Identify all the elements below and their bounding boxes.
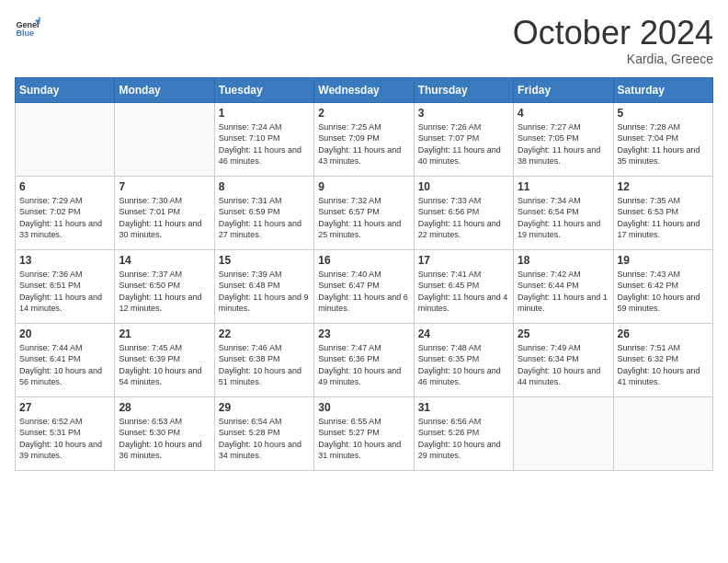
logo: General Blue [15, 15, 40, 40]
day-info: Sunrise: 6:55 AMSunset: 5:27 PMDaylight:… [318, 416, 409, 462]
calendar-header-cell: Monday [115, 77, 214, 102]
day-number: 20 [19, 327, 110, 340]
calendar-day-cell [115, 102, 214, 176]
calendar-day-cell: 14Sunrise: 7:37 AMSunset: 6:50 PMDayligh… [115, 249, 214, 323]
calendar-day-cell: 26Sunrise: 7:51 AMSunset: 6:32 PMDayligh… [613, 323, 712, 396]
day-info: Sunrise: 7:33 AMSunset: 6:56 PMDaylight:… [418, 195, 509, 241]
day-info: Sunrise: 7:31 AMSunset: 6:59 PMDaylight:… [219, 195, 310, 241]
day-number: 15 [219, 254, 310, 267]
calendar-header-cell: Tuesday [214, 77, 313, 102]
calendar-day-cell: 22Sunrise: 7:46 AMSunset: 6:38 PMDayligh… [214, 323, 313, 396]
day-info: Sunrise: 7:26 AMSunset: 7:07 PMDaylight:… [418, 121, 509, 167]
calendar-day-cell: 25Sunrise: 7:49 AMSunset: 6:34 PMDayligh… [514, 323, 613, 396]
day-number: 13 [19, 254, 110, 267]
calendar-day-cell: 24Sunrise: 7:48 AMSunset: 6:35 PMDayligh… [414, 323, 513, 396]
calendar-day-cell: 8Sunrise: 7:31 AMSunset: 6:59 PMDaylight… [214, 176, 313, 249]
calendar-day-cell: 21Sunrise: 7:45 AMSunset: 6:39 PMDayligh… [115, 323, 214, 396]
day-info: Sunrise: 7:47 AMSunset: 6:36 PMDaylight:… [318, 342, 409, 388]
calendar-week-row: 1Sunrise: 7:24 AMSunset: 7:10 PMDaylight… [16, 102, 713, 176]
day-number: 10 [418, 180, 509, 193]
calendar-day-cell: 19Sunrise: 7:43 AMSunset: 6:42 PMDayligh… [613, 249, 712, 323]
calendar-day-cell: 3Sunrise: 7:26 AMSunset: 7:07 PMDaylight… [414, 102, 513, 176]
header: General Blue October 2024 Kardia, Greece [15, 15, 713, 66]
day-number: 29 [219, 401, 310, 414]
day-info: Sunrise: 7:37 AMSunset: 6:50 PMDaylight:… [119, 269, 210, 315]
day-info: Sunrise: 6:56 AMSunset: 5:26 PMDaylight:… [418, 416, 509, 462]
calendar-day-cell [16, 102, 115, 176]
day-info: Sunrise: 7:29 AMSunset: 7:02 PMDaylight:… [19, 195, 110, 241]
svg-text:Blue: Blue [16, 29, 34, 38]
day-info: Sunrise: 7:40 AMSunset: 6:47 PMDaylight:… [318, 269, 409, 315]
day-info: Sunrise: 7:28 AMSunset: 7:04 PMDaylight:… [618, 121, 709, 167]
calendar-day-cell: 16Sunrise: 7:40 AMSunset: 6:47 PMDayligh… [314, 249, 414, 323]
day-number: 11 [518, 180, 609, 193]
day-number: 21 [119, 327, 210, 340]
day-number: 1 [219, 107, 310, 120]
day-info: Sunrise: 7:36 AMSunset: 6:51 PMDaylight:… [19, 269, 110, 315]
calendar-day-cell: 30Sunrise: 6:55 AMSunset: 5:27 PMDayligh… [314, 396, 414, 470]
day-number: 16 [318, 254, 409, 267]
day-info: Sunrise: 7:46 AMSunset: 6:38 PMDaylight:… [219, 342, 310, 388]
day-info: Sunrise: 7:35 AMSunset: 6:53 PMDaylight:… [618, 195, 709, 241]
calendar-table: SundayMondayTuesdayWednesdayThursdayFrid… [15, 77, 713, 471]
day-number: 30 [318, 401, 409, 414]
calendar-header-cell: Sunday [16, 77, 115, 102]
day-number: 3 [418, 107, 509, 120]
day-info: Sunrise: 7:32 AMSunset: 6:57 PMDaylight:… [318, 195, 409, 241]
day-number: 28 [119, 401, 210, 414]
day-info: Sunrise: 6:52 AMSunset: 5:31 PMDaylight:… [19, 416, 110, 462]
calendar-day-cell [613, 396, 712, 470]
calendar-header-cell: Wednesday [314, 77, 414, 102]
calendar-body: 1Sunrise: 7:24 AMSunset: 7:10 PMDaylight… [16, 102, 713, 470]
calendar-day-cell: 5Sunrise: 7:28 AMSunset: 7:04 PMDaylight… [613, 102, 712, 176]
day-info: Sunrise: 7:44 AMSunset: 6:41 PMDaylight:… [19, 342, 110, 388]
day-info: Sunrise: 7:42 AMSunset: 6:44 PMDaylight:… [518, 269, 609, 315]
calendar-week-row: 6Sunrise: 7:29 AMSunset: 7:02 PMDaylight… [16, 176, 713, 249]
day-info: Sunrise: 7:34 AMSunset: 6:54 PMDaylight:… [518, 195, 609, 241]
day-info: Sunrise: 7:48 AMSunset: 6:35 PMDaylight:… [418, 342, 509, 388]
month-title: October 2024 [513, 15, 713, 52]
location-title: Kardia, Greece [513, 52, 713, 66]
day-info: Sunrise: 7:49 AMSunset: 6:34 PMDaylight:… [518, 342, 609, 388]
calendar-day-cell: 13Sunrise: 7:36 AMSunset: 6:51 PMDayligh… [16, 249, 115, 323]
day-number: 8 [219, 180, 310, 193]
calendar-day-cell: 31Sunrise: 6:56 AMSunset: 5:26 PMDayligh… [414, 396, 513, 470]
day-number: 12 [618, 180, 709, 193]
day-info: Sunrise: 7:43 AMSunset: 6:42 PMDaylight:… [618, 269, 709, 315]
calendar-header-cell: Thursday [414, 77, 513, 102]
day-number: 9 [318, 180, 409, 193]
calendar-day-cell: 9Sunrise: 7:32 AMSunset: 6:57 PMDaylight… [314, 176, 414, 249]
calendar-day-cell: 23Sunrise: 7:47 AMSunset: 6:36 PMDayligh… [314, 323, 414, 396]
calendar-day-cell: 15Sunrise: 7:39 AMSunset: 6:48 PMDayligh… [214, 249, 313, 323]
calendar-day-cell: 17Sunrise: 7:41 AMSunset: 6:45 PMDayligh… [414, 249, 513, 323]
calendar-header-cell: Friday [514, 77, 613, 102]
day-info: Sunrise: 7:41 AMSunset: 6:45 PMDaylight:… [418, 269, 509, 315]
day-number: 26 [618, 327, 709, 340]
day-number: 27 [19, 401, 110, 414]
day-info: Sunrise: 7:51 AMSunset: 6:32 PMDaylight:… [618, 342, 709, 388]
calendar-header-cell: Saturday [613, 77, 712, 102]
day-number: 18 [518, 254, 609, 267]
day-info: Sunrise: 7:25 AMSunset: 7:09 PMDaylight:… [318, 121, 409, 167]
calendar-day-cell: 7Sunrise: 7:30 AMSunset: 7:01 PMDaylight… [115, 176, 214, 249]
calendar-day-cell: 27Sunrise: 6:52 AMSunset: 5:31 PMDayligh… [16, 396, 115, 470]
calendar-day-cell: 11Sunrise: 7:34 AMSunset: 6:54 PMDayligh… [514, 176, 613, 249]
day-number: 22 [219, 327, 310, 340]
calendar-day-cell: 18Sunrise: 7:42 AMSunset: 6:44 PMDayligh… [514, 249, 613, 323]
calendar-day-cell: 12Sunrise: 7:35 AMSunset: 6:53 PMDayligh… [613, 176, 712, 249]
calendar-week-row: 13Sunrise: 7:36 AMSunset: 6:51 PMDayligh… [16, 249, 713, 323]
title-area: October 2024 Kardia, Greece [513, 15, 713, 66]
day-info: Sunrise: 6:54 AMSunset: 5:28 PMDaylight:… [219, 416, 310, 462]
day-number: 7 [119, 180, 210, 193]
calendar-header-row: SundayMondayTuesdayWednesdayThursdayFrid… [16, 77, 713, 102]
day-info: Sunrise: 7:30 AMSunset: 7:01 PMDaylight:… [119, 195, 210, 241]
calendar-day-cell: 29Sunrise: 6:54 AMSunset: 5:28 PMDayligh… [214, 396, 313, 470]
calendar-day-cell: 4Sunrise: 7:27 AMSunset: 7:05 PMDaylight… [514, 102, 613, 176]
day-number: 17 [418, 254, 509, 267]
calendar-day-cell: 6Sunrise: 7:29 AMSunset: 7:02 PMDaylight… [16, 176, 115, 249]
calendar-day-cell: 1Sunrise: 7:24 AMSunset: 7:10 PMDaylight… [214, 102, 313, 176]
calendar-day-cell: 20Sunrise: 7:44 AMSunset: 6:41 PMDayligh… [16, 323, 115, 396]
day-number: 23 [318, 327, 409, 340]
day-number: 14 [119, 254, 210, 267]
day-info: Sunrise: 7:45 AMSunset: 6:39 PMDaylight:… [119, 342, 210, 388]
